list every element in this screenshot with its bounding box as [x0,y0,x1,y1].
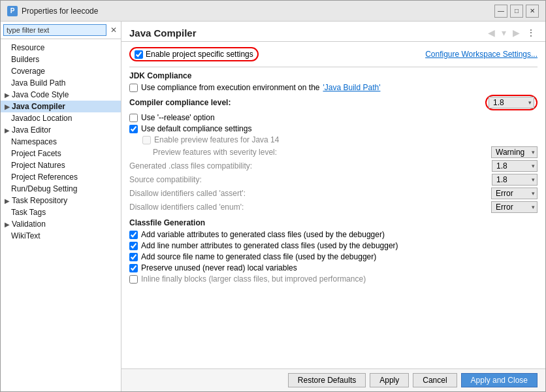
cancel-button[interactable]: Cancel [413,373,457,387]
preview-severity-label: Preview features with severity level: [153,148,277,157]
source-compat-select[interactable]: 1.8 [492,174,538,186]
preserve-unused-checkbox[interactable] [129,264,138,272]
use-compliance-row: Use compliance from execution environmen… [129,83,538,92]
maximize-button[interactable]: □ [510,5,523,18]
generated-class-select[interactable]: 1.8 [492,160,538,172]
line-num-checkbox[interactable] [129,242,138,250]
enable-preview-label: Enable preview features for Java 14 [154,135,279,144]
sidebar: ✕ Resource Builders Coverage Java Build … [1,22,121,391]
close-button[interactable]: ✕ [526,5,539,18]
nav-dropdown-button[interactable]: ▾ [500,27,508,39]
apply-button[interactable]: Apply [370,373,409,387]
window-icon: P [7,6,18,16]
header-nav: ◀ ▾ ▶ ⋮ [486,27,538,39]
source-file-checkbox[interactable] [129,253,138,261]
disallow-enum-row: Disallow identifiers called 'enum': Erro… [129,201,538,213]
restore-defaults-button[interactable]: Restore Defaults [288,373,366,387]
inline-finally-label: Inline finally blocks (larger class file… [141,274,366,284]
filter-clear-icon[interactable]: ✕ [109,25,118,35]
disallow-assert-label: Disallow identifiers called 'assert': [129,189,246,198]
use-release-checkbox[interactable] [129,114,138,122]
bottom-bar: Restore Defaults Apply Cancel Apply and … [121,368,545,391]
compliance-level-oval: 1.8 11 14 ▾ [485,95,538,110]
jdk-compliance-section-label: JDK Compliance [129,71,538,80]
sidebar-item-builders[interactable]: Builders [1,54,121,65]
preserve-unused-label: Preserve unused (never read) local varia… [141,263,297,272]
use-default-compliance-checkbox[interactable] [129,125,138,133]
disallow-enum-select-wrapper: Error Warning ▾ [491,201,538,213]
nav-menu-button[interactable]: ⋮ [524,27,538,39]
classfile-option-source-file: Add source file name to generated class … [129,252,538,261]
var-attrs-label: Add variable attributes to generated cla… [141,230,385,239]
right-panel: Java Compiler ◀ ▾ ▶ ⋮ Enable project spe… [121,22,545,391]
use-default-compliance-row: Use default compliance settings [129,124,538,133]
preview-severity-select[interactable]: Warning Error Info [491,146,538,158]
configure-workspace-link[interactable]: Configure Workspace Settings... [425,50,538,59]
classfile-option-preserve-unused: Preserve unused (never read) local varia… [129,263,538,272]
line-num-label: Add line number attributes to generated … [141,241,398,250]
sidebar-item-project-natures[interactable]: Project Natures [1,159,121,171]
sidebar-item-java-compiler[interactable]: ▶Java Compiler [1,101,121,112]
sidebar-item-java-code-style[interactable]: ▶Java Code Style [1,89,121,101]
compliance-select-wrapper: 1.8 11 14 ▾ [489,97,534,108]
panel-content: Enable project specific settings Configu… [121,42,545,368]
panel-title: Java Compiler [129,27,197,39]
sidebar-item-java-build-path[interactable]: Java Build Path [1,77,121,89]
sidebar-item-coverage[interactable]: Coverage [1,65,121,77]
use-release-row: Use '--release' option [129,113,538,122]
disallow-assert-select-wrapper: Error Warning ▾ [491,188,538,199]
classfile-option-inline-finally: Inline finally blocks (larger class file… [129,274,538,284]
inline-finally-checkbox[interactable] [129,275,138,284]
enable-project-checkbox[interactable] [135,50,143,59]
preview-severity-select-wrapper: Warning Error Info ▾ [491,146,538,158]
sidebar-item-project-references[interactable]: Project References [1,171,121,183]
sidebar-item-project-facets[interactable]: Project Facets [1,148,121,159]
source-compat-select-wrapper: 1.8 ▾ [492,174,538,186]
generated-class-label: Generated .class files compatibility: [129,161,252,171]
enable-preview-checkbox[interactable] [142,136,151,144]
sidebar-item-namespaces[interactable]: Namespaces [1,136,121,148]
sidebar-item-validation[interactable]: ▶Validation [1,218,121,230]
title-bar-left: P Properties for leecode [7,6,98,16]
nav-back-button[interactable]: ◀ [486,27,497,39]
preview-severity-row: Preview features with severity level: Wa… [153,146,538,158]
use-compliance-checkbox[interactable] [129,84,138,92]
title-bar: P Properties for leecode — □ ✕ [1,1,545,22]
title-buttons: — □ ✕ [494,5,539,18]
sidebar-item-run-debug[interactable]: Run/Debug Setting [1,183,121,195]
sidebar-item-java-editor[interactable]: ▶Java Editor [1,124,121,136]
disallow-assert-row: Disallow identifiers called 'assert': Er… [129,188,538,199]
compliance-level-row: Compiler compliance level: 1.8 11 14 ▾ [129,95,538,110]
compliance-level-label: Compiler compliance level: [129,98,231,107]
var-attrs-checkbox[interactable] [129,231,138,239]
enable-oval: Enable project specific settings [129,47,259,61]
generated-class-row: Generated .class files compatibility: 1.… [129,160,538,172]
main-window: P Properties for leecode — □ ✕ ✕ Resourc… [0,0,546,392]
sidebar-item-task-repository[interactable]: ▶Task Repository [1,195,121,206]
generated-class-select-wrapper: 1.8 ▾ [492,160,538,172]
disallow-assert-select[interactable]: Error Warning [491,188,538,199]
source-compat-row: Source compatibility: 1.8 ▾ [129,174,538,186]
use-compliance-text: Use compliance from execution environmen… [141,83,319,92]
main-content: ✕ Resource Builders Coverage Java Build … [1,22,545,391]
sidebar-tree: Resource Builders Coverage Java Build Pa… [1,39,121,391]
classfile-option-line-num: Add line number attributes to generated … [129,241,538,250]
minimize-button[interactable]: — [494,5,507,18]
disallow-enum-select[interactable]: Error Warning [491,201,538,213]
enable-project-row: Enable project specific settings Configu… [129,47,538,61]
compliance-level-select[interactable]: 1.8 11 14 [489,97,534,108]
sidebar-item-task-tags[interactable]: Task Tags [1,206,121,218]
java-build-path-link[interactable]: 'Java Build Path' [323,83,380,92]
apply-close-button[interactable]: Apply and Close [461,373,538,387]
sidebar-item-resource[interactable]: Resource [1,42,121,54]
use-release-label: Use '--release' option [141,113,215,122]
nav-forward-button[interactable]: ▶ [511,27,522,39]
source-file-label: Add source file name to generated class … [141,252,376,261]
disallow-enum-label: Disallow identifiers called 'enum': [129,203,244,212]
panel-header: Java Compiler ◀ ▾ ▶ ⋮ [121,22,545,42]
enable-preview-row: Enable preview features for Java 14 [142,135,538,144]
filter-input[interactable] [3,24,106,36]
sidebar-item-wikitext[interactable]: WikiText [1,230,121,242]
classfile-option-var-attrs: Add variable attributes to generated cla… [129,230,538,239]
sidebar-item-javadoc-location[interactable]: Javadoc Location [1,112,121,124]
